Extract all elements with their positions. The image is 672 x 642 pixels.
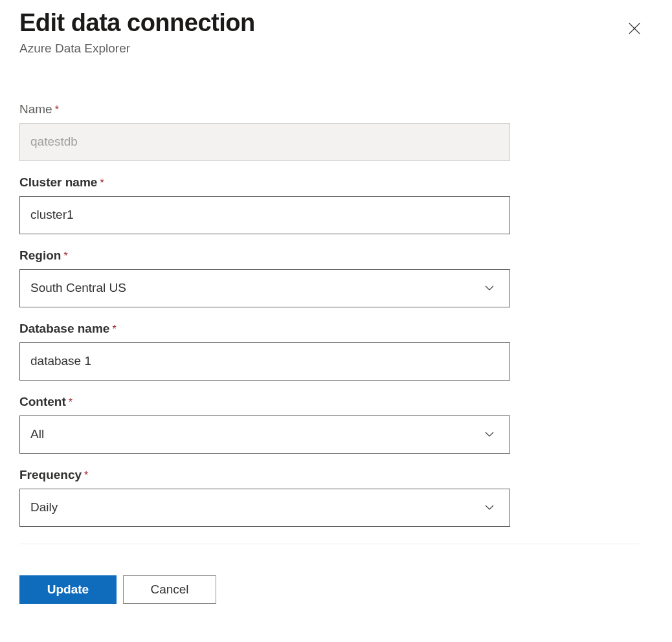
panel-title: Edit data connection xyxy=(19,9,255,38)
database-name-label: Database name xyxy=(19,322,109,336)
frequency-label: Frequency xyxy=(19,468,82,482)
database-name-input[interactable] xyxy=(19,342,510,381)
panel-subtitle: Azure Data Explorer xyxy=(19,41,255,56)
name-field-group: Name* xyxy=(19,102,653,161)
header-text-block: Edit data connection Azure Data Explorer xyxy=(19,9,255,56)
action-buttons: Update Cancel xyxy=(19,575,653,604)
cluster-name-input[interactable] xyxy=(19,196,510,234)
database-name-field-group: Database name* xyxy=(19,322,653,381)
close-button[interactable] xyxy=(622,17,647,43)
frequency-select[interactable]: Daily xyxy=(19,489,510,527)
region-label: Region xyxy=(19,249,61,263)
chevron-down-icon xyxy=(484,502,495,513)
update-button[interactable]: Update xyxy=(19,575,117,604)
close-icon xyxy=(627,21,642,38)
chevron-down-icon xyxy=(484,282,495,294)
section-divider xyxy=(19,544,640,544)
required-mark: * xyxy=(55,104,59,115)
content-field-group: Content* All xyxy=(19,395,653,454)
name-label: Name xyxy=(19,102,52,116)
content-select[interactable]: All xyxy=(19,415,510,454)
cluster-name-label: Cluster name xyxy=(19,175,97,190)
name-input xyxy=(19,123,510,161)
region-selected-value: South Central US xyxy=(30,281,126,295)
content-selected-value: All xyxy=(30,427,44,441)
region-select[interactable]: South Central US xyxy=(19,269,510,307)
required-mark: * xyxy=(84,470,88,481)
required-mark: * xyxy=(100,177,104,188)
content-label: Content xyxy=(19,395,66,409)
required-mark: * xyxy=(63,250,67,261)
required-mark: * xyxy=(112,324,116,335)
edit-connection-form: Name* Cluster name* Region* South Centra… xyxy=(19,102,653,604)
chevron-down-icon xyxy=(484,428,495,440)
required-mark: * xyxy=(69,397,73,408)
region-field-group: Region* South Central US xyxy=(19,249,653,307)
frequency-field-group: Frequency* Daily xyxy=(19,468,653,527)
cluster-name-field-group: Cluster name* xyxy=(19,175,653,234)
cancel-button[interactable]: Cancel xyxy=(123,575,216,604)
panel-header: Edit data connection Azure Data Explorer xyxy=(19,9,653,56)
frequency-selected-value: Daily xyxy=(30,500,58,515)
